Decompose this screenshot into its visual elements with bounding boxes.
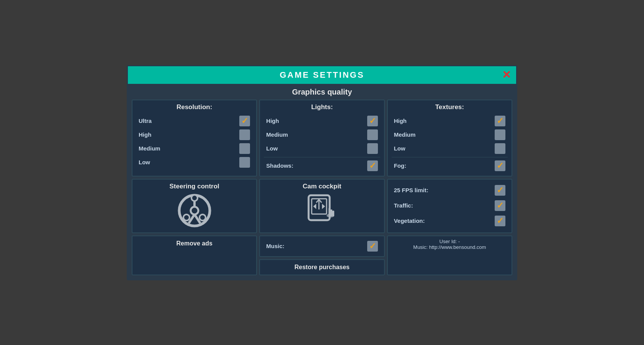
textures-low-label: Low xyxy=(394,145,405,152)
music-label: Music: xyxy=(266,243,284,249)
lights-low-checkbox[interactable] xyxy=(367,143,378,154)
svg-point-6 xyxy=(199,214,206,221)
shadows-checkbox[interactable] xyxy=(367,160,378,171)
svg-point-5 xyxy=(183,214,190,221)
music-panel: Music: xyxy=(259,235,384,257)
graphics-grid: Resolution: Ultra High Medium Low xyxy=(132,100,512,177)
traffic-checkbox[interactable] xyxy=(495,200,505,211)
resolution-option-low[interactable]: Low xyxy=(136,155,252,169)
graphics-section-title: Graphics quality xyxy=(132,88,512,96)
resolution-low-label: Low xyxy=(139,159,150,165)
lights-panel: Lights: High Medium Low Shadows: xyxy=(259,100,384,177)
svg-rect-12 xyxy=(330,209,332,216)
content-area: Graphics quality Resolution: Ultra High … xyxy=(128,84,516,279)
traffic-option[interactable]: Traffic: xyxy=(392,198,508,213)
close-button[interactable]: ✕ xyxy=(502,70,511,80)
steering-panel: Steering control xyxy=(132,179,257,233)
resolution-panel: Resolution: Ultra High Medium Low xyxy=(132,100,257,177)
textures-high-label: High xyxy=(394,118,407,124)
lights-option-high[interactable]: High xyxy=(264,114,380,128)
lights-medium-checkbox[interactable] xyxy=(367,129,378,140)
fog-label: Fog: xyxy=(394,162,406,169)
textures-option-high[interactable]: High xyxy=(392,114,508,128)
fps-option[interactable]: 25 FPS limit: xyxy=(392,183,508,198)
steering-header: Steering control xyxy=(169,183,219,190)
resolution-option-ultra[interactable]: Ultra xyxy=(136,114,252,128)
lights-divider xyxy=(264,157,380,157)
cam-header: Cam cockpit xyxy=(302,183,341,190)
fps-label: 25 FPS limit: xyxy=(394,187,428,193)
vegetation-option[interactable]: Vegetation: xyxy=(392,213,508,229)
music-restore-column: Music: Restore purchases xyxy=(259,235,384,275)
vegetation-label: Vegetation: xyxy=(394,217,425,224)
shadows-label: Shadows: xyxy=(266,162,293,169)
lights-medium-label: Medium xyxy=(266,131,288,138)
fps-panel: 25 FPS limit: Traffic: Vegetation: xyxy=(387,179,512,233)
remove-ads-label: Remove ads xyxy=(177,240,212,247)
resolution-header: Resolution: xyxy=(136,103,252,111)
svg-point-7 xyxy=(191,195,198,201)
dialog-title: GAME SETTINGS xyxy=(280,70,364,80)
resolution-ultra-label: Ultra xyxy=(139,118,152,124)
game-settings-dialog: GAME SETTINGS ✕ Graphics quality Resolut… xyxy=(127,65,517,280)
textures-divider xyxy=(392,157,508,157)
resolution-option-medium[interactable]: Medium xyxy=(136,142,252,155)
lights-option-low[interactable]: Low xyxy=(264,142,380,155)
fog-checkbox[interactable] xyxy=(495,160,505,171)
user-id: User Id: - xyxy=(392,239,508,244)
resolution-medium-label: Medium xyxy=(139,145,160,152)
textures-header: Textures: xyxy=(392,103,508,111)
lights-header: Lights: xyxy=(264,103,380,111)
steering-icon xyxy=(177,193,212,229)
user-info-panel: User Id: - Music: http://www.bensound.co… xyxy=(387,235,512,275)
shadows-option[interactable]: Shadows: xyxy=(264,159,380,173)
music-checkbox[interactable] xyxy=(367,241,378,252)
textures-panel: Textures: High Medium Low Fog: xyxy=(387,100,512,177)
music-option[interactable]: Music: xyxy=(264,239,380,253)
textures-option-medium[interactable]: Medium xyxy=(392,128,508,142)
lights-low-label: Low xyxy=(266,145,278,152)
vegetation-checkbox[interactable] xyxy=(495,216,505,226)
title-bar: GAME SETTINGS ✕ xyxy=(128,66,516,84)
lights-option-medium[interactable]: Medium xyxy=(264,128,380,142)
resolution-medium-checkbox[interactable] xyxy=(239,143,250,154)
fps-checkbox[interactable] xyxy=(495,185,505,196)
textures-medium-label: Medium xyxy=(394,131,416,138)
bottom-row: Remove ads Music: Restore purchases User… xyxy=(132,235,512,275)
textures-high-checkbox[interactable] xyxy=(495,116,505,126)
resolution-high-checkbox[interactable] xyxy=(239,129,250,140)
fog-option[interactable]: Fog: xyxy=(392,159,508,173)
resolution-low-checkbox[interactable] xyxy=(239,157,250,168)
lights-high-label: High xyxy=(266,118,279,124)
controls-section: Steering control Cam cockp xyxy=(132,179,512,233)
svg-rect-11 xyxy=(329,208,330,216)
traffic-label: Traffic: xyxy=(394,202,413,209)
svg-point-1 xyxy=(191,207,198,214)
resolution-high-label: High xyxy=(139,131,151,138)
remove-ads-button[interactable]: Remove ads xyxy=(132,235,257,275)
restore-purchases-button[interactable]: Restore purchases xyxy=(259,259,384,275)
textures-option-low[interactable]: Low xyxy=(392,142,508,155)
cam-icon xyxy=(305,193,339,226)
lights-high-checkbox[interactable] xyxy=(367,116,378,126)
resolution-option-high[interactable]: High xyxy=(136,128,252,142)
textures-low-checkbox[interactable] xyxy=(495,143,505,154)
restore-purchases-label: Restore purchases xyxy=(294,264,350,270)
resolution-ultra-checkbox[interactable] xyxy=(239,116,250,126)
cam-panel: Cam cockpit xyxy=(259,179,384,233)
textures-medium-checkbox[interactable] xyxy=(495,129,505,140)
svg-rect-13 xyxy=(332,211,334,216)
music-url: Music: http://www.bensound.com xyxy=(392,244,508,250)
